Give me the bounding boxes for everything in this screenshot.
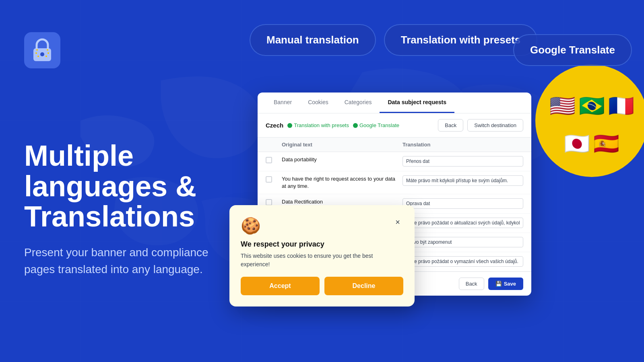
orig-text: Data portability <box>282 156 402 163</box>
card-header-left: Czech Translation with presets Google Tr… <box>266 122 399 129</box>
row-checkbox[interactable] <box>266 199 272 206</box>
save-icon: 💾 <box>495 281 502 287</box>
dot-green-google <box>353 123 358 128</box>
col-original: Original text <box>282 142 402 148</box>
trans-input[interactable] <box>402 156 523 167</box>
orig-text: You have the right to request access to … <box>282 175 402 190</box>
pill-manual[interactable]: Manual translation <box>250 24 376 56</box>
col-checkbox <box>266 142 282 148</box>
flag-us: 🇺🇸 <box>549 95 576 116</box>
trans-input[interactable] <box>402 237 523 247</box>
dot-green-presets <box>287 123 292 128</box>
close-button[interactable]: × <box>392 216 403 228</box>
checkbox-cell <box>266 198 282 206</box>
flags-circle: 🇺🇸 🇧🇷 🇫🇷 🇯🇵 🇪🇸 <box>535 64 644 177</box>
badge-presets: Translation with presets <box>287 122 349 128</box>
svg-point-19 <box>47 49 48 51</box>
back-button-footer[interactable]: Back <box>459 278 484 290</box>
tab-cookies[interactable]: Cookies <box>300 93 336 113</box>
card-header-right: Back Switch destination <box>438 119 523 132</box>
svg-point-14 <box>37 56 39 57</box>
tab-banner[interactable]: Banner <box>266 93 300 113</box>
tab-data-subject[interactable]: Data subject requests <box>380 93 454 113</box>
switch-destination-button[interactable]: Switch destination <box>467 119 523 132</box>
trans-input[interactable] <box>402 175 523 186</box>
flag-br: 🇧🇷 <box>579 95 605 116</box>
logo <box>24 32 60 68</box>
hero-title: Multiple languages & Translations <box>24 141 225 232</box>
tab-categories[interactable]: Categories <box>336 93 380 113</box>
checkbox-cell <box>266 156 282 163</box>
cookie-popup: 🍪 × We respect your privacy This website… <box>229 205 415 306</box>
pill-google-translate[interactable]: Google Translate <box>513 34 632 66</box>
left-panel: Multiple languages & Translations Presen… <box>0 0 250 362</box>
svg-point-15 <box>45 56 47 57</box>
orig-text: Data Rectification <box>282 198 402 206</box>
accept-button[interactable]: Accept <box>241 277 320 295</box>
card-tabs: Banner Cookies Categories Data subject r… <box>258 93 531 113</box>
row-checkbox[interactable] <box>266 157 272 163</box>
save-button[interactable]: 💾 Save <box>488 278 523 290</box>
decline-button[interactable]: Decline <box>324 277 403 295</box>
table-header: Original text Translation <box>258 138 531 152</box>
flag-es: 🇪🇸 <box>593 133 619 154</box>
hero-subtitle: Present your banner and compliance pages… <box>24 244 225 278</box>
trans-input[interactable] <box>402 218 523 228</box>
flag-jp: 🇯🇵 <box>564 133 590 154</box>
cookie-popup-header: 🍪 × <box>241 216 403 235</box>
trans-input[interactable] <box>402 256 523 267</box>
trans-input[interactable] <box>402 198 523 209</box>
cookie-title: We respect your privacy <box>241 240 403 249</box>
cookie-actions: Accept Decline <box>241 277 403 295</box>
col-translation: Translation <box>402 142 523 148</box>
svg-point-13 <box>40 52 44 56</box>
table-row: Data portability <box>258 152 531 171</box>
language-label: Czech <box>266 122 283 129</box>
svg-point-16 <box>35 52 37 54</box>
cookie-icon: 🍪 <box>241 216 261 235</box>
badge-google: Google Translate <box>353 122 399 128</box>
card-header: Czech Translation with presets Google Tr… <box>258 113 531 138</box>
row-checkbox[interactable] <box>266 176 272 183</box>
cookie-body: This website uses cookies to ensure you … <box>241 252 403 269</box>
svg-point-18 <box>36 49 38 51</box>
svg-point-17 <box>47 52 49 54</box>
back-button-header[interactable]: Back <box>438 119 463 132</box>
checkbox-cell <box>266 175 282 183</box>
table-row: You have the right to request access to … <box>258 171 531 194</box>
flag-fr: 🇫🇷 <box>608 95 634 116</box>
